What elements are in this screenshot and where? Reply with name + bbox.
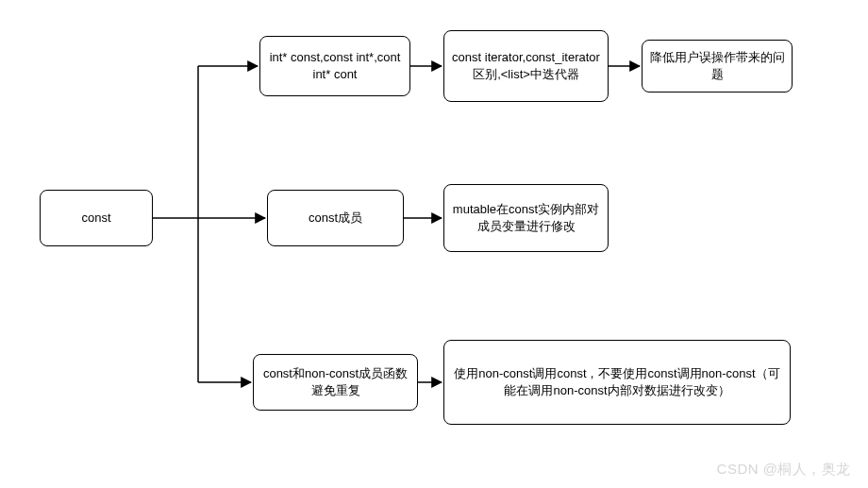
node-label: mutable在const实例内部对成员变量进行修改 — [450, 201, 602, 234]
node-label: 使用non-const调用const，不要使用const调用non-const（… — [450, 365, 784, 398]
node-b3: const和non-const成员函数避免重复 — [253, 354, 418, 411]
node-b1d: 降低用户误操作带来的问题 — [642, 40, 793, 93]
node-b2c: mutable在const实例内部对成员变量进行修改 — [443, 184, 609, 252]
node-label: const iterator,const_iterator区别,<list>中迭… — [450, 49, 602, 82]
node-label: const — [81, 210, 110, 227]
node-label: const和non-const成员函数避免重复 — [259, 365, 411, 398]
node-b2: const成员 — [267, 190, 404, 246]
watermark-text: CSDN @桐人，奥龙 — [717, 461, 851, 477]
node-label: 降低用户误操作带来的问题 — [648, 49, 786, 82]
node-label: int* const,const int*,cont int* cont — [266, 49, 404, 82]
node-b3c: 使用non-const调用const，不要使用const调用non-const（… — [443, 340, 791, 425]
node-root: const — [40, 190, 153, 246]
node-label: const成员 — [309, 210, 362, 227]
watermark: CSDN @桐人，奥龙 — [717, 461, 851, 479]
node-b1: int* const,const int*,cont int* cont — [259, 36, 410, 96]
node-b1c: const iterator,const_iterator区别,<list>中迭… — [443, 30, 609, 102]
